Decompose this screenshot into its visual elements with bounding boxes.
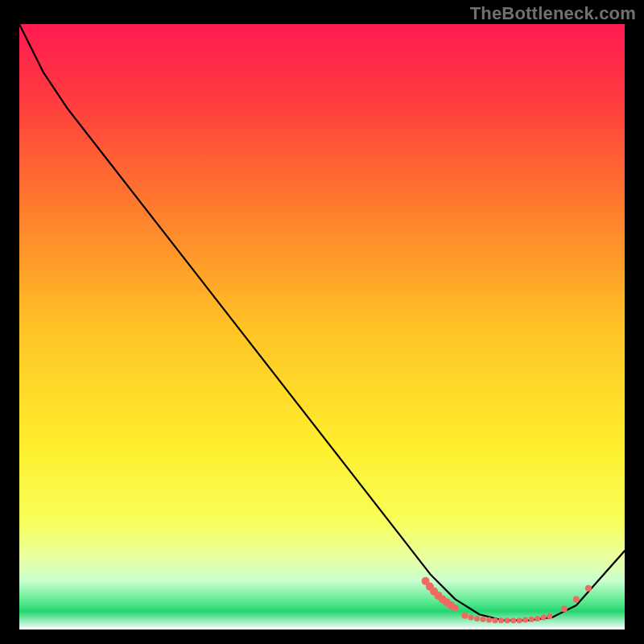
data-marker	[493, 617, 498, 623]
data-marker	[561, 605, 568, 612]
data-marker	[529, 617, 535, 622]
chart-plot	[19, 24, 625, 630]
data-marker	[481, 617, 486, 622]
data-marker	[541, 614, 547, 620]
data-marker	[573, 596, 580, 602]
data-marker	[505, 617, 510, 623]
data-marker	[535, 616, 540, 621]
data-marker	[474, 616, 480, 621]
data-marker	[486, 617, 492, 622]
data-marker	[468, 614, 473, 620]
chart-frame: TheBottleneck.com	[0, 0, 644, 644]
chart-background	[19, 24, 625, 630]
watermark-text: TheBottleneck.com	[470, 3, 636, 24]
data-marker	[522, 617, 528, 622]
data-marker	[452, 605, 458, 611]
data-marker	[498, 617, 504, 623]
chart-svg	[19, 24, 625, 630]
data-marker	[585, 585, 592, 592]
data-marker	[510, 617, 516, 623]
data-marker	[547, 613, 552, 619]
data-marker	[461, 613, 468, 619]
data-marker	[517, 617, 522, 623]
